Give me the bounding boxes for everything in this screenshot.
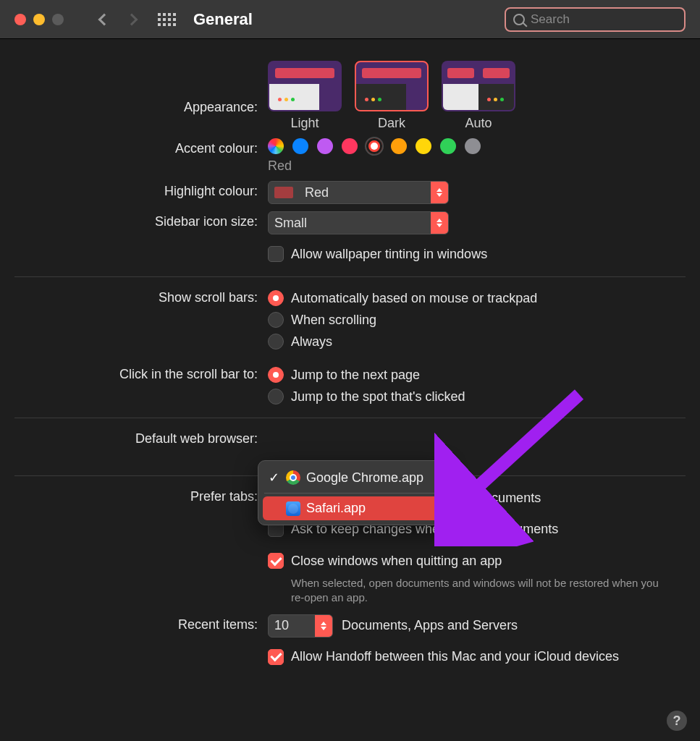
window-title: General: [193, 10, 253, 29]
handoff-label: Allow Handoff between this Mac and your …: [291, 649, 619, 664]
checkmark-icon: ✓: [269, 470, 280, 486]
stepper-arrows-icon: [315, 615, 332, 637]
accent-swatch[interactable]: [317, 138, 333, 154]
help-button[interactable]: ?: [667, 711, 687, 731]
forward-button[interactable]: [126, 13, 138, 25]
default-browser-label: Default web browser:: [14, 428, 268, 446]
highlight-colour-dropdown[interactable]: Red: [268, 181, 449, 204]
click-scrollbar-radio[interactable]: [268, 367, 284, 383]
minimize-window-button[interactable]: [33, 14, 45, 25]
accent-swatch[interactable]: [268, 138, 284, 154]
safari-icon: [286, 501, 300, 516]
click-scrollbar-option-label: Jump to the next page: [291, 368, 420, 383]
search-icon: [513, 14, 525, 25]
accent-swatch[interactable]: [465, 138, 481, 154]
search-field-wrap[interactable]: [505, 7, 686, 32]
sidebar-size-label: Sidebar icon size:: [14, 211, 268, 229]
sidebar-size-dropdown[interactable]: Small: [268, 211, 449, 234]
browser-menu-item-label: Safari.app: [306, 501, 366, 516]
appearance-option-auto[interactable]: [442, 61, 515, 111]
accent-swatch[interactable]: [342, 138, 358, 154]
highlight-value: Red: [299, 185, 431, 200]
click-scrollbar-option-label: Jump to the spot that's clicked: [291, 389, 465, 405]
handoff-checkbox[interactable]: [268, 649, 284, 665]
appearance-option-dark[interactable]: [355, 61, 429, 111]
recent-items-label: Recent items:: [14, 614, 268, 632]
wallpaper-tint-checkbox[interactable]: [268, 246, 284, 262]
browser-menu-item-chrome[interactable]: ✓ Google Chrome.app: [263, 465, 439, 490]
titlebar: General: [0, 0, 700, 39]
stepper-arrows-icon: [431, 182, 448, 203]
accent-label: Accent colour:: [14, 138, 268, 156]
wallpaper-tint-label: Allow wallpaper tinting in windows: [291, 247, 487, 262]
divider: [14, 276, 686, 277]
highlight-swatch: [274, 187, 293, 198]
accent-swatch[interactable]: [292, 138, 308, 154]
appearance-option-light[interactable]: [268, 61, 342, 111]
recent-items-value: 10: [269, 618, 315, 633]
chrome-icon: [286, 470, 300, 485]
traffic-lights: [14, 14, 64, 25]
sidebar-size-value: Small: [269, 216, 431, 231]
scrollbars-option-label: Automatically based on mouse or trackpad: [291, 291, 537, 306]
default-browser-menu[interactable]: ✓ Google Chrome.app Safari.app: [258, 460, 444, 525]
back-button[interactable]: [98, 13, 111, 25]
scrollbars-option-label: Always: [291, 334, 332, 350]
appearance-caption: Light: [290, 116, 319, 131]
close-windows-subtext: When selected, open documents and window…: [291, 576, 667, 606]
zoom-window-button[interactable]: [52, 14, 64, 25]
divider: [14, 418, 686, 418]
recent-items-suffix: Documents, Apps and Servers: [342, 618, 518, 633]
accent-swatch[interactable]: [391, 138, 407, 154]
appearance-caption: Dark: [378, 116, 405, 131]
scrollbars-radio[interactable]: [268, 334, 284, 350]
recent-items-dropdown[interactable]: 10: [268, 614, 333, 638]
prefer-tabs-label: Prefer tabs:: [14, 486, 268, 504]
browser-menu-item-label: Google Chrome.app: [306, 470, 423, 486]
accent-swatch[interactable]: [366, 138, 382, 154]
close-window-button[interactable]: [14, 14, 26, 25]
appearance-caption: Auto: [465, 116, 492, 131]
search-input[interactable]: [531, 12, 684, 27]
appearance-label: Appearance:: [14, 61, 268, 115]
accent-selected-name: Red: [268, 158, 292, 174]
accent-swatches: [268, 138, 481, 154]
browser-menu-item-safari[interactable]: Safari.app: [263, 496, 439, 520]
accent-swatch[interactable]: [416, 138, 431, 154]
scrollbars-radio[interactable]: [268, 290, 284, 306]
click-scrollbar-label: Click in the scroll bar to:: [14, 364, 268, 382]
nav-buttons: [100, 15, 136, 24]
close-windows-label: Close windows when quitting an app: [291, 554, 502, 569]
highlight-label: Highlight colour:: [14, 181, 268, 199]
click-scrollbar-radio[interactable]: [268, 389, 284, 405]
show-all-button[interactable]: [158, 13, 176, 26]
stepper-arrows-icon: [431, 212, 448, 234]
scrollbars-radio[interactable]: [268, 312, 284, 328]
scrollbars-option-label: When scrolling: [291, 313, 376, 328]
accent-swatch[interactable]: [440, 138, 456, 154]
scrollbars-label: Show scroll bars:: [14, 287, 268, 305]
close-windows-checkbox[interactable]: [268, 553, 284, 569]
